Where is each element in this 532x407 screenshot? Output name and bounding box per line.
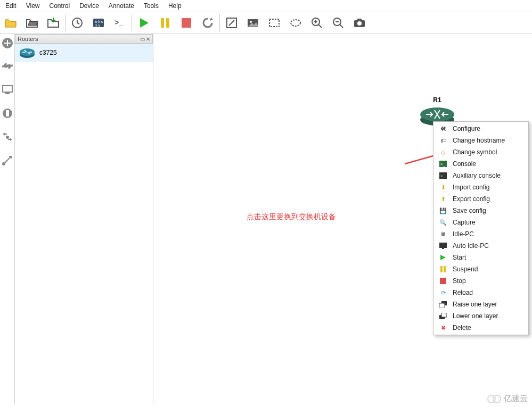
devices-panel: Routers ▭ ✕ c3725	[15, 34, 153, 404]
svg-rect-5	[161, 18, 164, 28]
zoom-out-button[interactable]	[328, 13, 349, 32]
start-all-button[interactable]	[133, 13, 154, 32]
menu-help[interactable]: Help	[168, 2, 182, 10]
ctx-export-config[interactable]: ⬆Export config	[433, 193, 528, 205]
device-item-label: c3725	[39, 49, 57, 56]
svg-rect-42	[441, 313, 447, 317]
ctx-lower-layer[interactable]: Lower one layer	[433, 310, 528, 322]
ctx-change-symbol[interactable]: ◇Change symbol	[433, 146, 528, 158]
ctx-delete[interactable]: ✖Delete	[433, 322, 528, 334]
undock-icon[interactable]: ▭	[140, 36, 145, 42]
add-link-category-icon[interactable]	[1, 153, 14, 167]
all-devices-category-icon[interactable]	[1, 130, 14, 144]
menu-control[interactable]: Control	[49, 2, 70, 10]
toolbar-separator	[219, 14, 220, 31]
menu-annotate[interactable]: Annotate	[109, 2, 134, 10]
snapshot-button[interactable]	[67, 13, 88, 32]
svg-rect-11	[269, 19, 279, 27]
new-project-button[interactable]	[0, 13, 21, 32]
svg-point-17	[357, 21, 362, 26]
svg-rect-20	[5, 93, 10, 94]
menu-edit[interactable]: Edit	[5, 2, 17, 10]
annotate-note-button[interactable]	[221, 13, 242, 32]
ctx-configure[interactable]: 🛠Configure	[433, 123, 528, 135]
export-icon: ⬆	[439, 195, 447, 203]
svg-point-10	[250, 21, 252, 23]
play-icon	[439, 253, 447, 262]
svg-point-12	[291, 20, 300, 26]
context-menu: 🛠Configure 🏷Change hostname ◇Change symb…	[433, 121, 529, 335]
draw-rectangle-button[interactable]	[264, 13, 285, 32]
svg-text:>_: >_	[114, 18, 123, 27]
menu-tools[interactable]: Tools	[144, 2, 159, 10]
ctx-auto-idle-pc[interactable]: Auto Idle-PC	[433, 240, 528, 252]
stop-icon	[439, 277, 447, 285]
ctx-change-hostname[interactable]: 🏷Change hostname	[433, 135, 528, 146]
save-project-button[interactable]	[43, 13, 64, 32]
suspend-all-button[interactable]	[154, 13, 176, 32]
svg-point-24	[2, 162, 5, 165]
show-hostnames-button[interactable]: a b cx y	[88, 13, 109, 32]
zoom-in-button[interactable]	[306, 13, 328, 32]
router-node-label: R1	[433, 96, 441, 104]
menu-view[interactable]: View	[26, 2, 40, 10]
watermark: 亿速云	[487, 394, 528, 404]
ctx-save-config[interactable]: 💾Save config	[433, 205, 528, 217]
routers-category-icon[interactable]	[1, 36, 14, 50]
symbol-icon: ◇	[439, 148, 447, 156]
ctx-idle-pc[interactable]: 🖩Idle-PC	[433, 228, 528, 240]
console-icon: >_	[439, 160, 447, 168]
menubar: Edit View Control Device Annotate Tools …	[0, 0, 532, 12]
main-area: Routers ▭ ✕ c3725 R1 点	[0, 34, 532, 404]
svg-rect-37	[444, 266, 446, 272]
screenshot-button[interactable]	[349, 13, 370, 32]
insert-image-button[interactable]	[242, 13, 264, 32]
save-icon: 💾	[439, 206, 447, 215]
menu-device[interactable]: Device	[79, 2, 99, 10]
delete-icon: ✖	[439, 323, 447, 332]
aux-console-icon: >_	[439, 171, 447, 180]
svg-point-26	[20, 48, 35, 56]
annotation-text: 点击这里更换到交换机设备	[247, 212, 336, 222]
magnifier-icon: 🔍	[439, 218, 447, 227]
pause-icon	[439, 265, 447, 273]
svg-rect-19	[3, 86, 12, 92]
svg-rect-36	[440, 266, 443, 272]
ctx-console[interactable]: >_Console	[433, 158, 528, 170]
wrench-icon: 🛠	[439, 124, 447, 133]
svg-rect-40	[439, 303, 445, 308]
ctx-suspend[interactable]: Suspend	[433, 263, 528, 275]
security-devices-category-icon[interactable]	[1, 106, 14, 120]
svg-rect-38	[440, 278, 446, 284]
reload-icon: ⟳	[439, 288, 447, 297]
svg-text:a b c: a b c	[95, 20, 103, 23]
end-devices-category-icon[interactable]	[1, 83, 14, 97]
import-icon: ⬇	[439, 183, 447, 192]
switches-category-icon[interactable]	[1, 60, 14, 73]
ctx-aux-console[interactable]: >_Auxiliary console	[433, 170, 528, 181]
svg-rect-35	[442, 248, 444, 249]
reload-all-button[interactable]	[197, 13, 218, 32]
ctx-stop[interactable]: Stop	[433, 275, 528, 287]
close-panel-icon[interactable]: ✕	[146, 36, 150, 42]
devices-panel-title: Routers	[18, 36, 38, 42]
console-all-button[interactable]: >_	[109, 13, 130, 32]
topology-canvas[interactable]: R1 点击这里更换到交换机设备 🛠Configure 🏷Change hostn…	[153, 34, 532, 404]
ctx-reload[interactable]: ⟳Reload	[433, 287, 528, 298]
device-list-item[interactable]: c3725	[15, 44, 153, 62]
ctx-capture[interactable]: 🔍Capture	[433, 217, 528, 228]
watermark-text: 亿速云	[504, 394, 528, 404]
watermark-logo-icon	[487, 394, 502, 404]
toolbar: a b cx y >_	[0, 12, 532, 34]
svg-rect-6	[166, 18, 169, 28]
stop-all-button[interactable]	[176, 13, 197, 32]
lower-layer-icon	[439, 312, 447, 320]
left-toolbar	[0, 34, 15, 404]
ctx-raise-layer[interactable]: Raise one layer	[433, 298, 528, 310]
svg-point-44	[493, 395, 501, 403]
open-project-button[interactable]	[21, 13, 43, 32]
draw-ellipse-button[interactable]	[285, 13, 306, 32]
toolbar-separator	[132, 14, 132, 31]
ctx-import-config[interactable]: ⬇Import config	[433, 181, 528, 193]
ctx-start[interactable]: Start	[433, 252, 528, 263]
